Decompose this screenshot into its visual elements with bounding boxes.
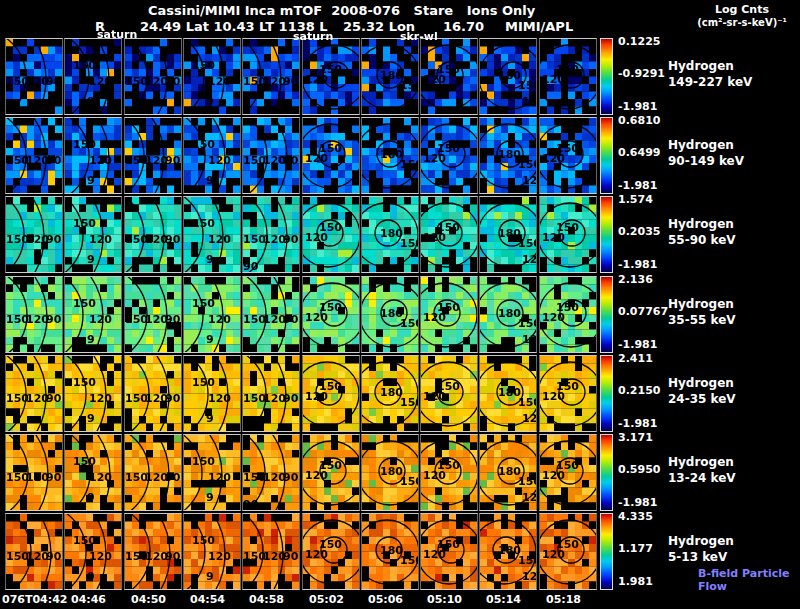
time-tick: 05:14 xyxy=(486,593,521,606)
time-tick: 05:18 xyxy=(546,593,581,606)
heatmap-panel xyxy=(420,117,478,194)
heatmap-panel xyxy=(64,434,122,511)
heatmap-panel xyxy=(64,276,122,353)
heatmap-panel xyxy=(302,434,360,511)
heatmap-panels xyxy=(5,434,597,511)
heatmap-panel xyxy=(242,513,300,590)
heatmap-panel xyxy=(361,434,419,511)
energy-row-24-35: 2.411 0.2150 -1.981 Hydrogen 24-35 keV xyxy=(5,355,800,432)
energy-row-35-55: 2.136 0.07767 -1.981 Hydrogen 35-55 keV xyxy=(5,276,800,353)
colorbar-units-label: Log Cnts (cm²-sr-s-keV)⁻¹ xyxy=(686,3,798,29)
saturn-label-1: saturn xyxy=(97,28,137,41)
heatmap-panel xyxy=(183,117,241,194)
species-name: Hydrogen xyxy=(668,296,736,312)
heatmap-panel xyxy=(183,434,241,511)
heatmap-panel xyxy=(64,513,122,590)
heatmap-panel xyxy=(479,196,537,273)
heatmap-panel xyxy=(5,513,63,590)
colorbar xyxy=(600,117,613,194)
colorbar xyxy=(600,355,613,432)
heatmap-panel xyxy=(361,355,419,432)
colorbar-mid-label: 1.177 xyxy=(618,542,653,555)
colorbar-max-label: 0.1225 xyxy=(618,35,660,48)
heatmap-panel xyxy=(539,513,597,590)
heatmap-panel xyxy=(5,434,63,511)
heatmap-panel xyxy=(479,434,537,511)
heatmap-panel xyxy=(5,38,63,115)
heatmap-panel xyxy=(5,196,63,273)
energy-range: 24-35 keV xyxy=(668,391,736,407)
heatmap-panel xyxy=(479,513,537,590)
heatmap-panel xyxy=(5,355,63,432)
energy-range: 13-24 keV xyxy=(668,470,736,486)
time-axis: 076T04:42 04:46 04:50 04:54 04:58 05:02 … xyxy=(0,593,800,609)
heatmap-panel xyxy=(124,434,182,511)
units-line2: (cm²-sr-s-keV)⁻¹ xyxy=(686,16,798,29)
colorbar-max-label: 1.574 xyxy=(618,193,653,206)
time-tick: 05:10 xyxy=(427,593,462,606)
energy-range: 90-149 keV xyxy=(668,153,744,169)
colorbar xyxy=(600,513,613,590)
heatmap-panel xyxy=(361,276,419,353)
heatmap-panel xyxy=(242,355,300,432)
energy-range: 55-90 keV xyxy=(668,232,736,248)
heatmap-panel xyxy=(420,276,478,353)
heatmap-panel xyxy=(124,117,182,194)
time-tick: 04:50 xyxy=(131,593,166,606)
heatmap-panel xyxy=(64,38,122,115)
colorbar-mid-label: 0.2150 xyxy=(618,384,660,397)
channel-label: Hydrogen 5-13 keV xyxy=(668,533,734,565)
time-tick: 076T04:42 xyxy=(2,593,67,606)
colorbar-min-label: -1.981 xyxy=(618,417,657,430)
page-title: Cassini/MIMI Inca mTOF 2008-076 Stare Io… xyxy=(148,3,535,18)
heatmap-panel xyxy=(302,513,360,590)
channel-label: Hydrogen 13-24 keV xyxy=(668,454,736,486)
colorbar-max-label: 2.136 xyxy=(618,273,653,286)
units-line1: Log Cnts xyxy=(686,3,798,16)
colorbar xyxy=(600,38,613,115)
species-name: Hydrogen xyxy=(668,216,736,232)
heatmap-panel xyxy=(302,276,360,353)
energy-row-90-149: 0.6810 0.6499 -1.981 Hydrogen 90-149 keV xyxy=(5,117,800,194)
heatmap-panel xyxy=(242,196,300,273)
credit-label: MIMI/APL xyxy=(505,19,573,34)
heatmap-panels xyxy=(5,38,597,115)
heatmap-panel xyxy=(302,196,360,273)
species-name: Hydrogen xyxy=(668,533,734,549)
heatmap-panel xyxy=(420,355,478,432)
heatmap-panel xyxy=(420,513,478,590)
heatmap-panel xyxy=(242,434,300,511)
heatmap-panel xyxy=(183,513,241,590)
heatmap-panel xyxy=(539,355,597,432)
heatmap-panel xyxy=(361,38,419,115)
heatmap-panel xyxy=(242,117,300,194)
time-tick: 05:06 xyxy=(368,593,403,606)
cassini-mimi-plot: Cassini/MIMI Inca mTOF 2008-076 Stare Io… xyxy=(0,0,800,609)
heatmap-panels xyxy=(5,117,597,194)
bfield-particle-flow-label: B-field Particle Flow xyxy=(698,567,800,593)
colorbar xyxy=(600,196,613,273)
heatmap-panel xyxy=(64,117,122,194)
heatmap-panel xyxy=(183,276,241,353)
colorbar-max-label: 2.411 xyxy=(618,352,653,365)
energy-row-13-24: 3.171 0.5950 -1.981 Hydrogen 13-24 keV xyxy=(5,434,800,511)
colorbar-min-label: -1.981 xyxy=(618,100,657,113)
heatmap-panel xyxy=(124,513,182,590)
colorbar-min-label: 1.981 xyxy=(618,575,653,588)
heatmap-panels xyxy=(5,355,597,432)
heatmap-panel xyxy=(5,276,63,353)
heatmap-panel xyxy=(183,355,241,432)
species-name: Hydrogen xyxy=(668,137,744,153)
channel-label: Hydrogen 55-90 keV xyxy=(668,216,736,248)
heatmap-panel xyxy=(361,117,419,194)
energy-range: 149-227 keV xyxy=(668,74,752,90)
time-tick: 04:54 xyxy=(190,593,225,606)
energy-range: 5-13 keV xyxy=(668,549,734,565)
heatmap-panel xyxy=(479,276,537,353)
colorbar-max-label: 4.335 xyxy=(618,510,653,523)
heatmap-panel xyxy=(361,196,419,273)
colorbar-mid-label: 0.6499 xyxy=(618,146,660,159)
channel-label: Hydrogen 24-35 keV xyxy=(668,375,736,407)
time-tick: 04:58 xyxy=(249,593,284,606)
colorbar-max-label: 0.6810 xyxy=(618,114,660,127)
